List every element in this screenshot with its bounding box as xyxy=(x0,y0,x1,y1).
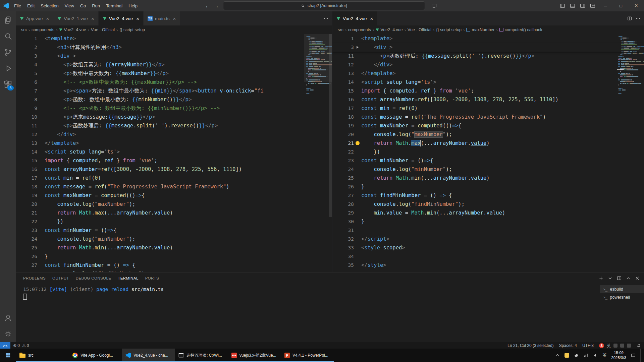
breadcrumb-item[interactable]: maxNumber xyxy=(466,27,494,32)
menu-terminal[interactable]: Terminal xyxy=(103,0,125,11)
code-line[interactable]: 13</template> xyxy=(332,69,644,78)
code-line[interactable]: 22 }) xyxy=(332,147,644,156)
code-line[interactable]: 20 console.log("maxNumber"); xyxy=(16,200,332,208)
tab-Vue2_4.vue[interactable]: Vue2_4.vue× xyxy=(332,11,377,25)
code-line[interactable]: 22 }) xyxy=(16,217,332,226)
notifications-bell[interactable] xyxy=(634,343,644,348)
code-line[interactable]: 21 return Math.max(...arrayNumber.value) xyxy=(332,139,644,147)
code-line[interactable]: 9 <!-- <p>函数: 数组中最小数为: {{minNumber()}}</… xyxy=(16,104,332,113)
code-line[interactable]: 14<script setup lang='ts'> xyxy=(332,78,644,86)
menu-file[interactable]: File xyxy=(11,0,24,11)
nav-forward-icon[interactable]: → xyxy=(214,3,219,9)
code-line[interactable]: 33<style scoped> xyxy=(332,243,644,252)
code-line[interactable]: 3 <div > xyxy=(16,52,332,60)
clock[interactable]: 15:09 2025/3/3 xyxy=(611,350,626,360)
more-actions-icon[interactable] xyxy=(323,16,329,21)
code-line[interactable]: 11 <p>函数处理后: {{message.split(' ').revers… xyxy=(16,121,332,130)
breadcrumb-item[interactable]: {} script setup xyxy=(119,27,145,32)
close-panel-icon[interactable] xyxy=(635,276,640,281)
taskbar-item-console[interactable]: 选择管理员: C:\Wi... xyxy=(175,349,228,362)
code-line[interactable]: 2 <h3>计算属性的应用</h3> xyxy=(16,43,332,52)
code-line[interactable]: 20 console.log("maxNumber"); xyxy=(332,130,644,139)
panel-tab-terminal[interactable]: TERMINAL xyxy=(118,273,138,284)
close-icon[interactable]: × xyxy=(46,16,49,21)
remote-explorer-icon[interactable] xyxy=(429,0,439,11)
menu-help[interactable]: Help xyxy=(125,0,141,11)
code-line[interactable]: 8 <p>函数: 数组中最小数为: {{minNumber()}}</p> xyxy=(16,95,332,104)
problems-status[interactable]: ⊗0 ⚠0 xyxy=(10,343,32,348)
new-terminal-icon[interactable] xyxy=(598,276,604,281)
toggle-panel-icon[interactable] xyxy=(568,0,578,11)
panel-tab-debug-console[interactable]: DEBUG CONSOLE xyxy=(76,273,111,284)
breadcrumb-item[interactable]: {} script setup xyxy=(436,27,462,32)
breadcrumb-item[interactable]: Vue - Official xyxy=(91,27,115,32)
code-line[interactable]: 21 return Math.max(...arrayNumber.value) xyxy=(16,208,332,217)
code-line[interactable]: 24 console.log("minNumber"); xyxy=(16,235,332,243)
split-terminal-icon[interactable] xyxy=(616,276,622,281)
code-line[interactable]: 17const min = ref(0) xyxy=(16,174,332,182)
code-line[interactable]: 32</script> xyxy=(332,235,644,243)
ime-tool-icon[interactable] xyxy=(613,344,618,348)
terminal-profile-dropdown-icon[interactable] xyxy=(607,276,613,281)
activity-explorer[interactable] xyxy=(0,12,16,28)
minimap[interactable] xyxy=(304,34,332,272)
maximize-panel-icon[interactable] xyxy=(626,276,631,281)
code-line[interactable]: 26} xyxy=(16,252,332,261)
tab-Vue2_1.vue[interactable]: Vue2_1.vue× xyxy=(53,11,98,25)
customize-layout-icon[interactable] xyxy=(588,0,598,11)
lightbulb-icon[interactable] xyxy=(356,141,360,145)
close-icon[interactable]: × xyxy=(91,16,94,21)
code-line[interactable]: 18const message = ref("The Progressive J… xyxy=(16,182,332,191)
cloud-icon[interactable] xyxy=(574,353,579,358)
code-line[interactable]: 7 <p><span>方法: 数组中最小数为: {{min}}</span><b… xyxy=(16,86,332,95)
code-line[interactable]: 29 min.value = Math.min(...arrayNumber.v… xyxy=(332,208,644,217)
close-button[interactable]: × xyxy=(629,0,644,11)
code-line[interactable]: 6 <!-- <p>数组中最大数为: {{maxNumber}}</p> --> xyxy=(16,78,332,86)
minimap-slider[interactable] xyxy=(304,34,332,82)
code-line[interactable]: 27const findMinNumber = () => { xyxy=(16,261,332,269)
activity-gear[interactable] xyxy=(0,326,16,342)
menu-go[interactable]: Go xyxy=(77,0,89,11)
code-line[interactable]: 4 <p>数组元素为: {{arrayNumber}}</p> xyxy=(16,60,332,69)
notification-center-icon[interactable] xyxy=(631,353,636,358)
code-line[interactable]: 19const maxNumber = computed(()=>{ xyxy=(332,121,644,130)
indentation[interactable]: Spaces: 4 xyxy=(556,343,580,348)
taskbar-item-ppt[interactable]: PV4.4.1 - PowerPoi... xyxy=(281,349,334,362)
ime-lang-indicator[interactable]: 英 xyxy=(607,343,611,349)
code-line[interactable]: 28 console.log("findMinNumber"); xyxy=(332,200,644,208)
show-desktop-button[interactable] xyxy=(640,349,643,362)
tab-main.ts[interactable]: TSmain.ts× xyxy=(144,11,180,25)
start-button[interactable] xyxy=(0,349,16,362)
tab-Vue2_4.vue[interactable]: Vue2_4.vue× xyxy=(99,11,144,25)
code-line[interactable]: 28 console.log("findMinNumber"); xyxy=(16,269,332,272)
toggle-sidebar-icon[interactable] xyxy=(557,0,568,11)
code-line[interactable]: 15import { computed, ref } from 'vue'; xyxy=(332,86,644,95)
minimize-button[interactable]: ─ xyxy=(598,0,613,11)
code-line[interactable]: 5 <p>数组中最大数为: {{maxNumber}}</p> xyxy=(16,69,332,78)
taskbar-item-chrome[interactable]: Vite App - Googl... xyxy=(69,349,122,362)
panel-tab-ports[interactable]: PORTS xyxy=(145,273,159,284)
close-icon[interactable]: × xyxy=(173,16,176,21)
breadcrumb-item[interactable]: computed() callback xyxy=(499,27,542,32)
code-line[interactable]: 30} xyxy=(332,217,644,226)
menu-selection[interactable]: Selection xyxy=(38,0,61,11)
code-line[interactable]: 23const minNumber = ()=>{ xyxy=(16,226,332,235)
taskbar-item-vscode[interactable]: Vue2_4.vue - cha... xyxy=(122,349,175,362)
code-line[interactable]: 16const arrayNumber=ref([3000, -2000, 13… xyxy=(332,95,644,104)
nav-back-icon[interactable]: ← xyxy=(205,3,210,9)
breadcrumb-item[interactable]: Vue2_4.vue xyxy=(376,27,402,32)
scrollbar[interactable] xyxy=(329,34,332,217)
code-line[interactable]: 11 <p>函数处理后: {{message.split(' ').revers… xyxy=(332,52,644,60)
code-line[interactable]: 23const minNumber = ()=>{ xyxy=(332,156,644,165)
fold-collapsed-icon[interactable] xyxy=(357,46,359,49)
encoding[interactable]: UTF-8 xyxy=(580,343,596,348)
breadcrumb-item[interactable]: components xyxy=(32,27,54,32)
code-line[interactable]: 19const maxNumber = computed(()=>{ xyxy=(16,191,332,200)
minimap[interactable] xyxy=(616,34,644,272)
close-icon[interactable]: × xyxy=(136,16,139,21)
code-line[interactable]: 15import { computed, ref } from 'vue'; xyxy=(16,156,332,165)
code-line[interactable]: 26} xyxy=(332,182,644,191)
code-line[interactable]: 25 return Math.min(...arrayNumber.value) xyxy=(16,243,332,252)
terminal-output[interactable]: 15:07:12 [vite] (client) page reload src… xyxy=(16,284,600,342)
volume-icon[interactable] xyxy=(593,353,598,358)
